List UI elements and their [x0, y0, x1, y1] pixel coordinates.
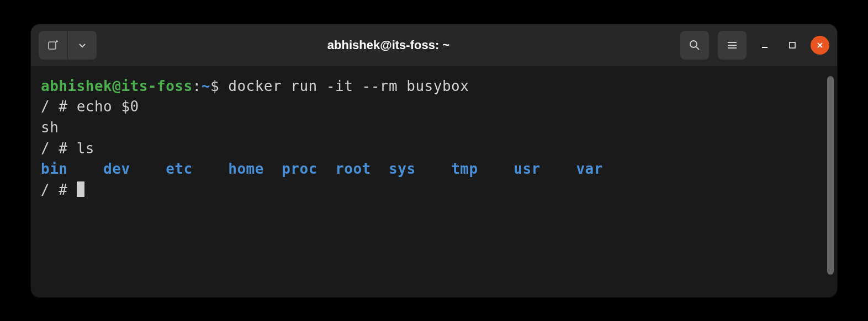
directory-entry: etc [166, 160, 192, 177]
svg-rect-0 [49, 42, 56, 49]
new-tab-button[interactable] [39, 31, 67, 60]
prompt-symbol: $ [210, 78, 219, 94]
window-title: abhishek@its-foss: ~ [101, 38, 676, 52]
directory-entry: sys [389, 160, 415, 177]
directory-entry: usr [514, 160, 540, 177]
prompt-path: ~ [202, 78, 210, 94]
search-icon [689, 39, 701, 51]
directory-entry: dev [103, 160, 130, 177]
container-prompt: / # [41, 181, 77, 198]
container-prompt: / # [41, 140, 77, 157]
directory-entry: bin [41, 160, 67, 177]
terminal-line: / # echo $0 [41, 97, 827, 117]
directory-entry: home [228, 160, 264, 177]
directory-entry: proc [282, 160, 317, 177]
command: ls [77, 140, 94, 157]
terminal-content: abhishek@its-foss:~$ docker run -it --rm… [41, 76, 827, 287]
scrollbar-thumb[interactable] [827, 76, 834, 275]
output: sh [41, 119, 59, 136]
terminal-body[interactable]: abhishek@its-foss:~$ docker run -it --rm… [31, 66, 837, 297]
tab-dropdown-button[interactable] [68, 31, 97, 60]
terminal-line: / # ls [41, 138, 827, 159]
prompt-sep: : [193, 78, 202, 94]
svg-rect-9 [790, 42, 795, 48]
chevron-down-icon [78, 41, 87, 50]
svg-point-3 [690, 41, 697, 47]
terminal-window: abhishek@its-foss: ~ [31, 24, 837, 297]
directory-entry: tmp [451, 160, 478, 177]
terminal-line: abhishek@its-foss:~$ docker run -it --rm… [41, 76, 827, 97]
terminal-line: sh [41, 117, 827, 138]
minimize-button[interactable] [755, 36, 774, 55]
close-icon [816, 41, 824, 49]
maximize-button[interactable] [783, 36, 802, 55]
search-button[interactable] [680, 31, 709, 60]
command: echo $0 [77, 98, 139, 115]
close-button[interactable] [811, 36, 829, 55]
cursor [77, 181, 84, 197]
maximize-icon [788, 41, 796, 49]
directory-entry: var [576, 160, 602, 177]
command: docker run -it --rm busybox [228, 78, 469, 94]
hamburger-icon [727, 40, 738, 51]
svg-line-4 [696, 47, 699, 50]
titlebar: abhishek@its-foss: ~ [31, 24, 837, 66]
directory-entry: root [335, 160, 371, 177]
minimize-icon [760, 41, 769, 50]
menu-button[interactable] [718, 31, 747, 60]
terminal-line: / # [41, 180, 827, 201]
new-tab-icon [47, 39, 59, 51]
titlebar-right-controls [680, 31, 829, 60]
prompt-user: abhishek@its-foss [41, 78, 193, 94]
container-prompt: / # [41, 98, 77, 115]
scrollbar[interactable] [827, 76, 835, 287]
titlebar-left-controls [39, 31, 97, 60]
ls-output-line: bin dev etc home proc root sys tmp usr v… [41, 159, 827, 180]
